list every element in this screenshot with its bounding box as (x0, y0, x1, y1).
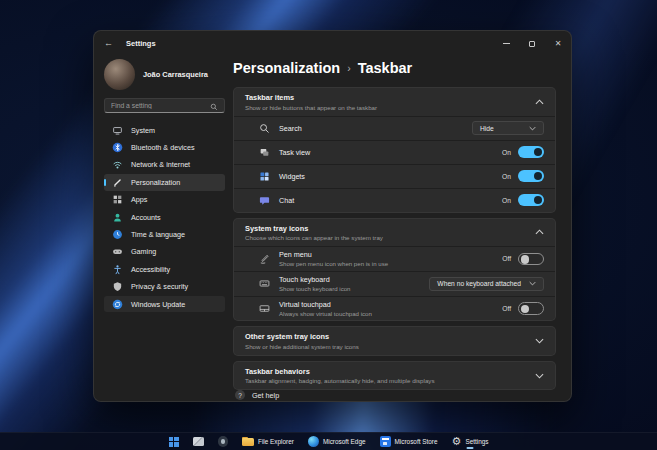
task-view-toggle[interactable] (518, 146, 544, 159)
search-icon (259, 123, 270, 134)
toggle-state-label: Off (502, 255, 511, 262)
sidebar-item-gaming[interactable]: Gaming (104, 244, 225, 260)
chevron-down-icon (529, 125, 536, 132)
apps-icon (112, 194, 123, 205)
taskbar-app-mail[interactable] (186, 433, 211, 450)
close-button[interactable]: ✕ (545, 31, 571, 56)
sidebar-item-bluetooth-devices[interactable]: Bluetooth & devices (104, 139, 225, 155)
sidebar-nav: System Bluetooth & devices Network & int… (104, 122, 225, 312)
toggle-state-label: On (502, 173, 511, 180)
store-icon (380, 436, 391, 447)
touch-keyboard-icon (259, 278, 270, 289)
taskbar-items-card: Taskbar items Show or hide buttons that … (233, 87, 556, 213)
main-content: Personalization › Taskbar Taskbar items … (233, 56, 571, 401)
breadcrumb: Personalization › Taskbar (233, 59, 556, 77)
sidebar-item-system[interactable]: System (104, 122, 225, 138)
virtual-touchpad-row: Virtual touchpad Always show virtual tou… (234, 296, 555, 321)
user-profile[interactable]: João Carrasqueira (104, 59, 225, 90)
search-row: Search Hide (234, 116, 555, 140)
task-view-row: Task view On (234, 140, 555, 164)
mail-app-icon (193, 437, 204, 447)
sidebar-item-personalization[interactable]: Personalization (104, 174, 225, 190)
chat-toggle[interactable] (518, 194, 544, 207)
window-title: Settings (126, 39, 156, 48)
chevron-up-icon (535, 99, 544, 105)
search-visibility-dropdown[interactable]: Hide (472, 121, 544, 135)
taskbar-app-microsoft-edge[interactable]: Microsoft Edge (301, 433, 373, 450)
page-title: Taskbar (358, 60, 413, 77)
settings-search-box (104, 98, 225, 113)
widgets-row: Widgets On (234, 164, 555, 188)
touch-keyboard-row: Touch keyboard Show touch keyboard icon … (234, 271, 555, 296)
bluetooth-icon (112, 142, 123, 153)
accessibility-icon (112, 264, 123, 275)
window-controls: ✕ (493, 31, 571, 56)
title-bar: ← Settings ✕ (94, 31, 571, 56)
other-system-tray-icons-card: Other system tray icons Show or hide add… (233, 326, 556, 356)
avatar (104, 59, 135, 90)
sidebar-item-network-internet[interactable]: Network & internet (104, 157, 225, 173)
toggle-state-label: On (502, 149, 511, 156)
sidebar-item-accounts[interactable]: Accounts (104, 209, 225, 225)
minimize-button[interactable] (493, 31, 519, 56)
taskbar-items-header[interactable]: Taskbar items Show or hide buttons that … (234, 88, 555, 116)
sidebar-item-privacy-security[interactable]: Privacy & security (104, 279, 225, 295)
help-icon: ? (235, 390, 245, 400)
start-icon (169, 437, 179, 447)
user-name: João Carrasqueira (143, 70, 208, 79)
sidebar-item-apps[interactable]: Apps (104, 192, 225, 208)
system-icon (112, 125, 123, 136)
chat-row: Chat On (234, 188, 555, 212)
pen-menu-toggle[interactable] (518, 253, 544, 266)
chevron-down-icon (535, 373, 544, 379)
sidebar-item-time-language[interactable]: Time & language (104, 226, 225, 242)
gaming-icon (112, 246, 123, 257)
system-tray-icons-header[interactable]: System tray icons Choose which icons can… (234, 219, 555, 247)
chevron-up-icon (535, 229, 544, 235)
time-language-icon (112, 229, 123, 240)
toggle-state-label: On (502, 197, 511, 204)
taskbar-app-settings[interactable]: ⚙ Settings (445, 433, 496, 450)
widgets-toggle[interactable] (518, 170, 544, 183)
breadcrumb-separator: › (347, 59, 351, 77)
file-explorer-icon (242, 437, 254, 447)
taskbar-app-round[interactable] (211, 433, 236, 450)
round-app-icon (218, 436, 229, 447)
os-taskbar: File Explorer Microsoft Edge Microsoft S… (0, 432, 657, 450)
breadcrumb-personalization[interactable]: Personalization (233, 60, 340, 77)
accounts-icon (112, 212, 123, 223)
chat-icon (259, 195, 270, 206)
search-input[interactable] (111, 102, 210, 109)
system-tray-icons-card: System tray icons Choose which icons can… (233, 218, 556, 322)
sidebar-item-accessibility[interactable]: Accessibility (104, 261, 225, 277)
pen-icon (259, 253, 270, 264)
virtual-touchpad-toggle[interactable] (518, 302, 544, 315)
sidebar-item-windows-update[interactable]: Windows Update (104, 296, 225, 312)
windows-update-icon (112, 299, 123, 310)
get-help-link[interactable]: ? Get help (233, 390, 556, 400)
taskbar-behaviors-card: Taskbar behaviors Taskbar alignment, bad… (233, 361, 556, 391)
virtual-touchpad-icon (259, 303, 270, 314)
edge-icon (308, 436, 319, 447)
toggle-state-label: Off (502, 305, 511, 312)
taskbar-app-microsoft-store[interactable]: Microsoft Store (373, 433, 445, 450)
back-button[interactable]: ← (104, 39, 120, 48)
network-icon (112, 159, 123, 170)
task-view-icon (259, 147, 270, 158)
chevron-down-icon (529, 280, 536, 287)
privacy-shield-icon (112, 281, 123, 292)
taskbar-app-file-explorer[interactable]: File Explorer (235, 433, 301, 450)
widgets-icon (259, 171, 270, 182)
personalization-icon (112, 177, 123, 188)
settings-gear-icon: ⚙ (452, 436, 462, 447)
maximize-button[interactable] (519, 31, 545, 56)
settings-window: ← Settings ✕ João Carrasqueira (93, 30, 572, 402)
pen-menu-row: Pen menu Show pen menu icon when pen is … (234, 246, 555, 271)
touch-keyboard-dropdown[interactable]: When no keyboard attached (429, 277, 544, 291)
start-button[interactable] (162, 433, 186, 450)
sidebar: João Carrasqueira System Bluetooth & dev… (94, 56, 233, 401)
taskbar-behaviors-header[interactable]: Taskbar behaviors Taskbar alignment, bad… (234, 362, 555, 390)
chevron-down-icon (535, 338, 544, 344)
search-icon (210, 97, 218, 115)
other-system-tray-icons-header[interactable]: Other system tray icons Show or hide add… (234, 327, 555, 355)
